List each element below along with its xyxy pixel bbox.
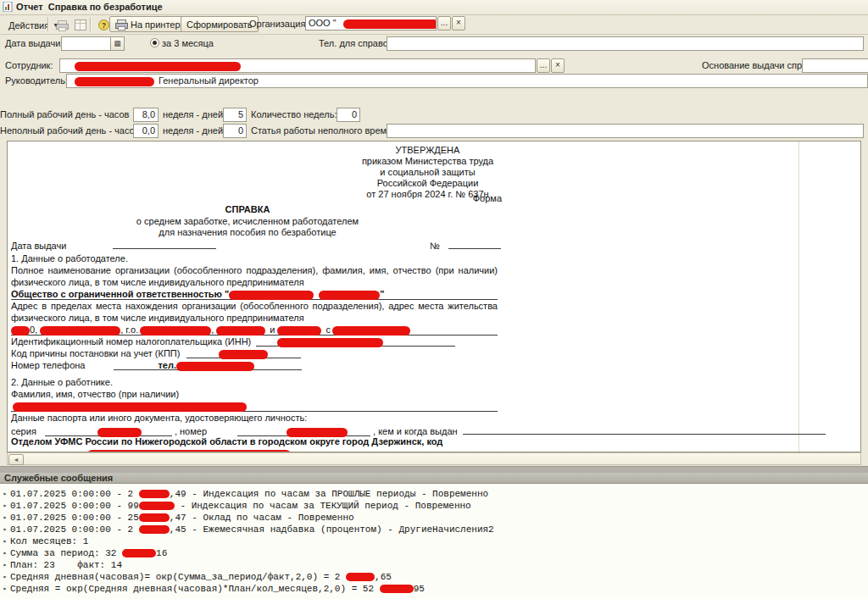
basis-select[interactable]: Лицевые счета (802, 58, 868, 73)
redaction (219, 350, 268, 359)
calendar-icon[interactable]: ▦ (110, 37, 124, 50)
redaction (319, 291, 380, 300)
expand-arrow-icon[interactable]: ▸ (0, 535, 10, 547)
text-fragment: Средняя = окр(Средняя дневная(часовая)*П… (10, 584, 380, 594)
doc-address-caption: физического лица, в том числе индивидуал… (11, 312, 859, 324)
log-line-text: Средняя = окр(Средняя дневная(часовая)*П… (10, 583, 425, 595)
text-fragment: ,47 - Оклад по часам - Повременно (170, 513, 354, 523)
doc-address-value: 0,, г.о.,ис (11, 324, 498, 336)
part-day-hours-input[interactable]: 0,0 (133, 124, 159, 138)
certificate-document[interactable]: УТВЕРЖДЕНА приказом Министерства труда и… (7, 141, 861, 452)
period-3months-radio[interactable] (150, 38, 159, 47)
doc-employer-value: Общество с ограниченной ответственностью… (11, 288, 498, 300)
toolbar-separator (47, 17, 49, 31)
redaction (139, 525, 170, 534)
log-line-text: Сумма за период: 32 16 (10, 547, 167, 559)
certificate-heading: СПРАВКА о среднем заработке, исчисленном… (8, 204, 487, 239)
text-fragment: 01.07.2025 0:00:00 - 25 (10, 513, 139, 523)
doc-issue-date-field: Дата выдачи (11, 241, 216, 251)
spacer (256, 344, 277, 345)
expand-arrow-icon[interactable]: ▸ (0, 583, 10, 595)
redaction (40, 326, 120, 336)
doc-section1: 1. Данные о работодателе. (11, 252, 859, 264)
issue-date-input[interactable]: 28.10.2025 ▦ (61, 36, 125, 51)
toolbar-separator (90, 17, 92, 31)
text-fragment: ООО " (309, 18, 337, 28)
doc-passport-caption: Данные паспорта или иного документа, удо… (11, 412, 859, 424)
expand-arrow-icon[interactable]: ▸ (0, 559, 10, 571)
spacer (114, 368, 158, 369)
full-day-hours-input[interactable]: 8,0 (133, 108, 159, 122)
log-line[interactable]: ▸Средняя = окр(Средняя дневная(часовая)*… (0, 583, 868, 595)
text-fragment: Дата выдачи (11, 241, 66, 251)
redaction (343, 19, 437, 29)
part-week-days-input[interactable]: 0 (223, 124, 247, 138)
expand-arrow-icon[interactable]: ▸ (0, 524, 10, 535)
spacer (36, 434, 45, 435)
redaction (332, 326, 410, 336)
text-fragment: План: 23 факт: 14 (10, 560, 122, 570)
full-week-days-input[interactable]: 5 (223, 108, 247, 122)
log-line[interactable]: ▸Сумма за период: 32 16 (0, 547, 868, 559)
redaction (122, 549, 156, 557)
doc-fio-caption: Фамилия, имя, отчество (при наличии) (11, 388, 859, 400)
spacer (70, 83, 75, 84)
log-line[interactable]: ▸01.07.2025 0:00:00 - 2 ,45 - Ежемесячна… (0, 524, 868, 535)
redaction (75, 77, 154, 86)
text-fragment: Средняя дневная(часовая)= окр(Сумма_за_п… (10, 572, 346, 582)
phone-label: Тел. для справок: (319, 38, 395, 48)
employee-clear-button[interactable]: × (551, 58, 565, 73)
weeks-count-input[interactable]: 0 (337, 108, 360, 122)
redaction (229, 291, 314, 300)
organization-input[interactable]: ООО "" (305, 16, 437, 31)
expand-arrow-icon[interactable]: ▸ (0, 512, 10, 524)
log-line[interactable]: ▸01.07.2025 0:00:00 - 99 - Индексация по… (0, 500, 868, 512)
text-fragment: Кол месяцев: 1 (10, 536, 88, 546)
expand-arrow-icon[interactable]: ▸ (0, 547, 10, 559)
log-line-text: План: 23 факт: 14 (10, 559, 122, 571)
text-fragment: № (430, 241, 440, 251)
service-messages-log[interactable]: ▸01.07.2025 0:00:00 - 2 ,49 - Индексация… (0, 484, 868, 599)
expand-arrow-icon[interactable]: ▸ (0, 488, 10, 500)
text-fragment: ,65 (375, 572, 392, 582)
approved-line: приказом Министерства труда (345, 156, 510, 167)
text-fragment: , (211, 324, 214, 335)
filter-row-date: Дата выдачи: 28.10.2025 ▦ за 3 месяца Те… (0, 36, 868, 54)
part-article-input[interactable] (387, 124, 864, 138)
doc-inn-line: Идентификационный номер налогоплательщик… (11, 336, 859, 347)
log-line-text: 01.07.2025 0:00:00 - 2 ,49 - Индексация … (10, 488, 488, 500)
print-to-printer-button[interactable]: На принтер (109, 16, 186, 32)
redaction (140, 326, 211, 336)
text-fragment: , г.о. (120, 324, 138, 335)
manager-input[interactable]: Генеральный директор (66, 74, 868, 88)
generate-button[interactable]: Сформировать (181, 16, 259, 32)
log-line-text: 01.07.2025 0:00:00 - 25,47 - Оклад по ча… (10, 512, 354, 524)
employee-select-button[interactable]: ... (537, 58, 550, 73)
expand-arrow-icon[interactable]: ▸ (0, 500, 10, 512)
log-line[interactable]: ▸Средняя дневная(часовая)= окр(Сумма_за_… (0, 571, 868, 583)
horizontal-scrollbar[interactable]: ◄ (7, 452, 861, 465)
text-fragment: 0, (30, 324, 37, 335)
spacer (237, 434, 287, 435)
text-fragment: - Индексация по часам за ТЕКУЩИЙ период … (175, 501, 471, 511)
bold-text-fragment: " (380, 289, 384, 299)
organization-select-button[interactable]: ... (437, 16, 451, 31)
week-days-label: неделя - дней (163, 125, 223, 136)
spacer (180, 356, 186, 357)
log-line[interactable]: ▸01.07.2025 0:00:00 - 25,47 - Оклад по ч… (0, 512, 868, 524)
log-line[interactable]: ▸01.07.2025 0:00:00 - 2 ,49 - Индексация… (0, 488, 868, 500)
phone-input[interactable] (387, 36, 864, 51)
doc-section2: 2. Данные о работнике. (11, 376, 859, 388)
text-fragment: Сумма за период: 32 (10, 548, 122, 558)
employee-input[interactable] (59, 58, 536, 73)
log-line[interactable]: ▸Кол месяцев: 1 (0, 535, 868, 547)
organization-label: Организация: (249, 19, 308, 29)
organization-clear-button[interactable]: × (452, 16, 465, 31)
doc-ufms-line: Отделом УФМС России по Нижегородской обл… (11, 435, 859, 447)
expand-arrow-icon[interactable]: ▸ (0, 571, 10, 583)
scroll-left-arrow-icon[interactable]: ◄ (8, 454, 24, 465)
text-fragment: Генеральный директор (159, 75, 259, 86)
underline-field (113, 238, 216, 249)
log-line[interactable]: ▸План: 23 факт: 14 (0, 559, 868, 571)
redaction (176, 362, 254, 371)
